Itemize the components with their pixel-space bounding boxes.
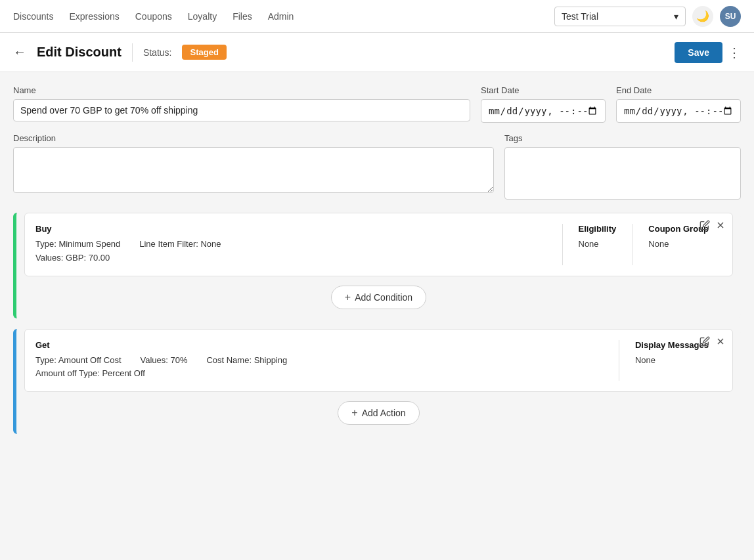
dark-mode-toggle[interactable]: 🌙 xyxy=(692,6,713,27)
description-label: Description xyxy=(13,133,494,143)
buy-type: Type: Minimum Spend Line Item Filter: No… xyxy=(35,238,546,251)
eligibility-title: Eligibility xyxy=(579,224,617,234)
tags-label: Tags xyxy=(504,133,741,143)
top-nav: Discounts Expressions Coupons Loyalty Fi… xyxy=(0,0,754,33)
action-section: Get Type: Amount Off Cost Values: 70% Co… xyxy=(13,329,741,435)
add-action-button[interactable]: + Add Action xyxy=(338,401,419,425)
page-title: Edit Discount xyxy=(37,45,122,60)
eligibility-value: None xyxy=(579,238,617,251)
org-name: Test Trial xyxy=(562,11,598,22)
buy-values: Values: GBP: 70.00 xyxy=(35,251,546,265)
main-content: Name Start Date End Date Description Tag… xyxy=(0,72,754,458)
action-col-divider xyxy=(619,340,619,381)
nav-right: Test Trial ▾ 🌙 SU xyxy=(554,6,741,27)
back-icon: ← xyxy=(13,45,26,60)
name-input[interactable] xyxy=(13,99,470,121)
get-cost-name: Cost Name: Shipping xyxy=(206,355,287,365)
name-dates-row: Name Start Date End Date xyxy=(13,85,741,123)
get-title: Get xyxy=(35,340,603,350)
tags-field: Tags xyxy=(504,133,741,200)
condition-card-body: Buy Type: Minimum Spend Line Item Filter… xyxy=(25,213,732,276)
add-condition-row: + Add Condition xyxy=(16,276,741,318)
coupon-group-value: None xyxy=(648,238,709,251)
user-avatar[interactable]: SU xyxy=(720,6,741,27)
eligibility-column: Eligibility None xyxy=(566,224,630,265)
condition-card: Buy Type: Minimum Spend Line Item Filter… xyxy=(24,213,733,276)
display-messages-value: None xyxy=(635,354,709,368)
buy-column: Buy Type: Minimum Spend Line Item Filter… xyxy=(35,224,560,265)
moon-icon: 🌙 xyxy=(696,10,709,22)
get-values: Values: 70% xyxy=(140,355,187,365)
add-condition-label: Add Condition xyxy=(355,292,412,303)
buy-line-item: Line Item Filter: None xyxy=(139,239,221,249)
get-amount-off-type: Amount off Type: Percent Off xyxy=(35,367,603,381)
action-card-actions xyxy=(699,336,726,349)
nav-coupons[interactable]: Coupons xyxy=(135,9,172,24)
start-date-label: Start Date xyxy=(481,85,606,95)
status-label: Status: xyxy=(143,47,172,58)
header-actions: Save ⋮ xyxy=(675,42,741,63)
add-condition-button[interactable]: + Add Condition xyxy=(331,286,426,309)
get-type-row: Type: Amount Off Cost Values: 70% Cost N… xyxy=(35,354,603,368)
condition-delete-button[interactable] xyxy=(715,220,726,233)
condition-card-actions xyxy=(699,220,726,233)
save-button[interactable]: Save xyxy=(675,42,722,63)
header-divider xyxy=(132,43,133,62)
get-column: Get Type: Amount Off Cost Values: 70% Co… xyxy=(35,340,616,381)
condition-edit-button[interactable] xyxy=(699,220,710,233)
tags-input[interactable] xyxy=(504,147,741,200)
condition-col-divider-2 xyxy=(632,224,632,265)
start-date-input[interactable] xyxy=(481,99,606,123)
condition-col-divider-1 xyxy=(562,224,563,265)
start-date-field: Start Date xyxy=(481,85,606,123)
action-card: Get Type: Amount Off Cost Values: 70% Co… xyxy=(24,329,733,393)
add-action-row: + Add Action xyxy=(16,392,741,434)
action-card-body: Get Type: Amount Off Cost Values: 70% Co… xyxy=(25,330,732,392)
plus-icon: + xyxy=(345,291,351,303)
status-badge: Staged xyxy=(182,45,226,60)
page-header: ← Edit Discount Status: Staged Save ⋮ xyxy=(0,33,754,72)
plus-icon-2: + xyxy=(351,407,357,419)
chevron-down-icon: ▾ xyxy=(674,11,678,22)
action-edit-button[interactable] xyxy=(699,336,710,349)
nav-files[interactable]: Files xyxy=(233,9,252,24)
name-field: Name xyxy=(13,85,470,123)
description-input[interactable] xyxy=(13,147,494,193)
nav-admin[interactable]: Admin xyxy=(268,9,294,24)
nav-links: Discounts Expressions Coupons Loyalty Fi… xyxy=(13,9,554,24)
nav-loyalty[interactable]: Loyalty xyxy=(188,9,217,24)
description-field: Description xyxy=(13,133,494,200)
add-action-label: Add Action xyxy=(362,408,406,418)
action-delete-button[interactable] xyxy=(715,336,726,349)
buy-title: Buy xyxy=(35,224,546,234)
end-date-field: End Date xyxy=(616,85,741,123)
get-type: Type: Amount Off Cost xyxy=(35,355,122,365)
name-label: Name xyxy=(13,85,470,95)
condition-section: Buy Type: Minimum Spend Line Item Filter… xyxy=(13,213,741,318)
end-date-input[interactable] xyxy=(616,99,741,123)
nav-expressions[interactable]: Expressions xyxy=(69,9,119,24)
end-date-label: End Date xyxy=(616,85,741,95)
nav-discounts[interactable]: Discounts xyxy=(13,9,53,24)
org-selector[interactable]: Test Trial ▾ xyxy=(554,7,686,26)
desc-tags-row: Description Tags xyxy=(13,133,741,200)
display-messages-title: Display Messages xyxy=(635,340,709,350)
back-button[interactable]: ← xyxy=(13,45,26,60)
more-options-button[interactable]: ⋮ xyxy=(728,45,741,60)
